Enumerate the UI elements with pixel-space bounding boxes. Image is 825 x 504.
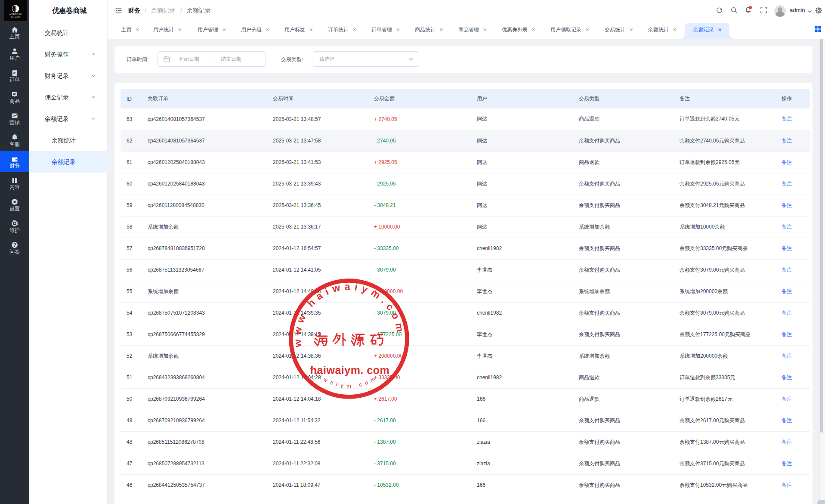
svg-text:www.haiwaiym.com: www.haiwaiym.com [291,281,406,348]
svg-text:DREAM: DREAM [11,15,20,18]
